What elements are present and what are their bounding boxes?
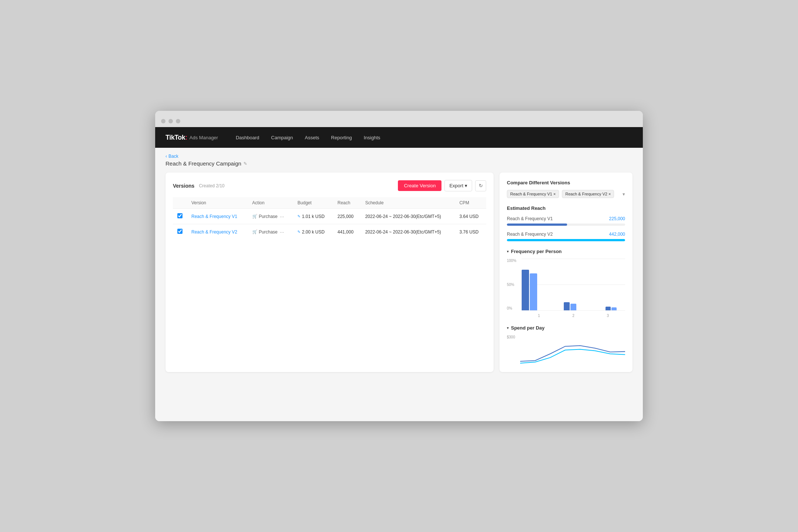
row2-more-button[interactable]: ···: [280, 229, 284, 235]
bar-g1-v2: [530, 273, 537, 310]
compare-tags-area: Reach & Frequency V1 × Reach & Frequency…: [507, 190, 625, 198]
export-button[interactable]: Export ▾: [444, 180, 472, 191]
row1-action-content: 🛒 Purchase ···: [252, 214, 289, 219]
tiktok-logo: TikTok:: [166, 134, 187, 141]
versions-panel: Versions Created 2/10 Create Version Exp…: [166, 173, 494, 372]
row1-purchase-tag: 🛒 Purchase: [252, 214, 278, 219]
spend-svg: [520, 335, 625, 365]
row2-action-cell: 🛒 Purchase ···: [248, 224, 293, 240]
nav-insights[interactable]: Insights: [364, 133, 380, 142]
create-version-button[interactable]: Create Version: [398, 180, 441, 191]
versions-label: Versions: [173, 183, 194, 189]
logo-dot: :: [185, 134, 187, 141]
x-label-3: 3: [607, 314, 609, 318]
spend-line-chart: $300: [507, 335, 625, 365]
row2-schedule-cell: 2022-06-24 ~ 2022-06-30(Etc/GMT+5): [361, 224, 455, 240]
spend-collapse-icon: ▾: [507, 326, 509, 330]
frequency-section: ▾ Frequency per Person 100% 50% 0%: [507, 249, 625, 318]
spend-y-label: $300: [507, 335, 515, 339]
versions-table: Version Action Budget Reach Schedule CPM: [173, 197, 486, 239]
reach-item-v2: Reach & Frequency V2 442,000: [507, 232, 625, 241]
y-label-0: 0%: [507, 306, 520, 310]
row1-version-link[interactable]: Reach & Frequency V1: [191, 214, 237, 219]
reach-v2-bar-bg: [507, 239, 625, 241]
row1-reach-cell: 225,000: [333, 209, 361, 224]
reach-v1-bar-fill: [507, 224, 567, 226]
browser-chrome: [155, 111, 643, 127]
spend-title: Spend per Day: [511, 325, 545, 331]
compare-panel: Compare Different Versions Reach & Frequ…: [499, 173, 632, 372]
nav-dashboard[interactable]: Dashboard: [236, 133, 259, 142]
panel-header-right: Create Version Export ▾ ↻: [398, 180, 486, 191]
col-header-cpm: CPM: [455, 197, 486, 209]
row1-cpm-cell: 3.64 USD: [455, 209, 486, 224]
browser-dot-1: [161, 119, 166, 123]
compare-title: Compare Different Versions: [507, 180, 625, 185]
reach-v1-bar-bg: [507, 224, 625, 226]
budget-edit-icon: ✎: [297, 214, 300, 218]
row1-more-button[interactable]: ···: [280, 214, 284, 219]
reach-v2-bar-fill: [507, 239, 625, 241]
nav-reporting[interactable]: Reporting: [331, 133, 352, 142]
row1-checkbox[interactable]: [177, 213, 183, 218]
chart-group-3: [606, 307, 625, 310]
row2-purchase-tag: 🛒 Purchase: [252, 229, 278, 235]
browser-window: TikTok: Ads Manager Dashboard Campaign A…: [155, 111, 643, 421]
row1-reach-value: 225,000: [338, 214, 354, 219]
nav-campaign[interactable]: Campaign: [271, 133, 293, 142]
reach-v1-name: Reach & Frequency V1: [507, 216, 553, 221]
compare-dropdown-icon[interactable]: ▾: [623, 191, 625, 197]
y-label-50: 50%: [507, 283, 520, 287]
bar-g3-v2: [611, 307, 617, 310]
breadcrumb-area: ‹ Back Reach & Frequency Campaign ✎: [166, 154, 632, 167]
frequency-section-header[interactable]: ▾ Frequency per Person: [507, 249, 625, 254]
row2-budget-value: 2.00 k USD: [302, 229, 324, 235]
nav-assets[interactable]: Assets: [305, 133, 319, 142]
row1-budget-value: 1.01 k USD: [302, 214, 324, 219]
row1-budget-content: ✎ 1.01 k USD: [297, 214, 328, 219]
compare-tag-v2[interactable]: Reach & Frequency V2 ×: [562, 190, 614, 198]
refresh-button[interactable]: ↻: [475, 180, 486, 191]
reach-v2-name: Reach & Frequency V2: [507, 232, 553, 237]
row2-reach-cell: 441,000: [333, 224, 361, 240]
row2-version-link[interactable]: Reach & Frequency V2: [191, 229, 237, 235]
cart-icon-2: 🛒: [252, 229, 258, 234]
row2-reach-value: 441,000: [338, 229, 354, 235]
ads-manager-label: Ads Manager: [190, 135, 218, 140]
page-title: Reach & Frequency Campaign: [166, 160, 241, 167]
row2-schedule-value: 2022-06-24 ~ 2022-06-30(Etc/GMT+5): [365, 229, 441, 235]
x-label-1: 1: [538, 314, 540, 318]
page-title-edit-icon[interactable]: ✎: [243, 161, 247, 166]
cart-icon: 🛒: [252, 214, 258, 219]
chart-bars-inner: [522, 259, 625, 310]
row2-checkbox[interactable]: [177, 229, 183, 234]
row1-version-cell: Reach & Frequency V1: [187, 209, 248, 224]
browser-dot-3: [176, 119, 180, 123]
row1-budget-cell: ✎ 1.01 k USD: [293, 209, 333, 224]
frequency-chart: 100% 50% 0%: [507, 259, 625, 318]
col-header-checkbox: [173, 197, 187, 209]
created-label: Created 2/10: [199, 183, 224, 188]
spend-section-header[interactable]: ▾ Spend per Day: [507, 325, 625, 331]
y-label-100: 100%: [507, 259, 520, 263]
spend-section: ▾ Spend per Day $300: [507, 325, 625, 365]
col-header-schedule: Schedule: [361, 197, 455, 209]
row1-action-cell: 🛒 Purchase ···: [248, 209, 293, 224]
chart-group-1: [522, 270, 541, 310]
row2-checkbox-cell: [173, 224, 187, 240]
x-label-2: 2: [572, 314, 574, 318]
row1-checkbox-cell: [173, 209, 187, 224]
frequency-collapse-icon: ▾: [507, 249, 509, 253]
compare-tag-v1[interactable]: Reach & Frequency V1 ×: [507, 190, 559, 198]
row2-cpm-value: 3.76 USD: [459, 229, 478, 235]
panel-header: Versions Created 2/10 Create Version Exp…: [173, 180, 486, 191]
row2-action-content: 🛒 Purchase ···: [252, 229, 289, 235]
chart-group-2: [564, 302, 583, 310]
logo-area: TikTok: Ads Manager: [166, 134, 218, 141]
compare-tag-v2-label: Reach & Frequency V2 ×: [565, 192, 611, 196]
back-link[interactable]: ‹ Back: [166, 154, 632, 159]
table-row: Reach & Frequency V2 🛒 Purchase ···: [173, 224, 486, 240]
row1-action-label: Purchase: [259, 214, 278, 219]
refresh-icon: ↻: [479, 183, 483, 188]
page-content: ‹ Back Reach & Frequency Campaign ✎ Vers…: [155, 148, 643, 421]
